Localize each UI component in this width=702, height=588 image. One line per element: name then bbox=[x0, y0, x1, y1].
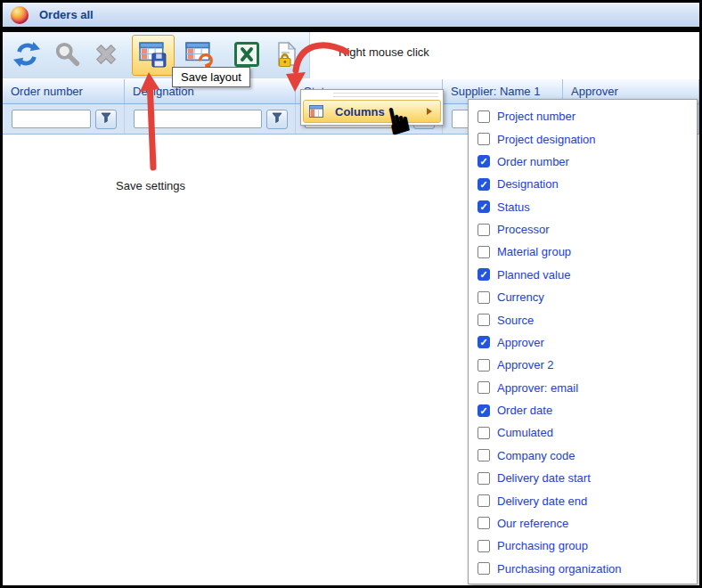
column-header-order-number[interactable]: Order number bbox=[3, 79, 125, 103]
submenu-item-label: Material group bbox=[497, 245, 571, 258]
window-title: Orders all bbox=[39, 8, 94, 21]
submenu-item-source[interactable]: Source bbox=[478, 308, 697, 331]
document-lock-icon bbox=[273, 41, 299, 70]
orders-all-window: Orders all bbox=[0, 0, 702, 588]
submenu-item-label: Processor bbox=[497, 223, 550, 236]
submenu-item-label: Approver 2 bbox=[497, 358, 554, 372]
submenu-item-currency[interactable]: Currency bbox=[478, 286, 697, 308]
unchecked-checkbox[interactable] bbox=[478, 314, 490, 326]
submenu-item-approver[interactable]: ✓Approver bbox=[478, 331, 697, 354]
submenu-item-label: Purchasing organization bbox=[497, 562, 621, 576]
columns-icon bbox=[309, 105, 323, 118]
funnel-icon bbox=[272, 112, 282, 126]
menu-separator bbox=[333, 96, 438, 97]
export-locked-button[interactable] bbox=[267, 37, 305, 74]
submenu-item-delivery-date-end[interactable]: Delivery date end bbox=[478, 489, 697, 511]
submenu-item-label: Source bbox=[497, 314, 534, 327]
submenu-item-label: Approver: email bbox=[497, 381, 578, 395]
submenu-item-project-designation[interactable]: Project designation bbox=[478, 127, 697, 150]
unchecked-checkbox[interactable] bbox=[478, 133, 490, 145]
search-icon bbox=[54, 41, 81, 70]
unchecked-checkbox[interactable] bbox=[478, 381, 490, 394]
refresh-button[interactable] bbox=[8, 37, 45, 74]
unchecked-checkbox[interactable] bbox=[478, 246, 490, 258]
submenu-item-label: Project number bbox=[497, 110, 575, 123]
submenu-item-label: Order date bbox=[497, 404, 552, 417]
submenu-item-material-group[interactable]: Material group bbox=[478, 241, 697, 263]
unchecked-checkbox[interactable] bbox=[478, 110, 490, 123]
filter-button-order-number[interactable] bbox=[95, 110, 117, 129]
unchecked-checkbox[interactable] bbox=[478, 359, 490, 372]
title-bar: Orders all bbox=[3, 3, 699, 27]
unchecked-checkbox[interactable] bbox=[478, 291, 490, 304]
submenu-item-purchasing-group[interactable]: Purchasing group bbox=[478, 535, 697, 557]
unchecked-checkbox[interactable] bbox=[478, 472, 490, 485]
submenu-item-purchasing-organization[interactable]: Purchasing organization bbox=[478, 558, 697, 580]
submenu-item-label: Delivery date start bbox=[497, 471, 591, 485]
submenu-item-label: Project designation bbox=[497, 133, 596, 146]
refresh-icon bbox=[12, 40, 41, 71]
filter-cell-order-number bbox=[3, 104, 125, 134]
submenu-item-label: Status bbox=[497, 200, 530, 214]
submenu-item-label: Purchasing group bbox=[497, 539, 588, 552]
funnel-icon bbox=[101, 112, 111, 126]
filter-button-designation[interactable] bbox=[266, 110, 288, 129]
submenu-item-cumulated[interactable]: Cumulated bbox=[478, 421, 697, 444]
submenu-item-label: Delivery date end bbox=[497, 494, 587, 508]
submenu-arrow-icon bbox=[427, 108, 432, 115]
submenu-item-label: Our reference bbox=[497, 517, 568, 530]
submenu-item-our-reference[interactable]: Our reference bbox=[478, 512, 697, 535]
submenu-item-label: Approver bbox=[497, 336, 544, 349]
filter-input-designation[interactable] bbox=[134, 110, 262, 128]
columns-submenu: Project numberProject designation✓Order … bbox=[468, 99, 698, 584]
submenu-item-delivery-date-start[interactable]: Delivery date start bbox=[478, 467, 697, 489]
submenu-item-label: Order number bbox=[497, 155, 569, 168]
context-menu: Columns bbox=[300, 89, 444, 126]
menu-item-label: Columns bbox=[335, 105, 385, 118]
submenu-item-approver-email[interactable]: Approver: email bbox=[478, 377, 697, 399]
unchecked-checkbox[interactable] bbox=[478, 562, 490, 575]
submenu-item-approver-2[interactable]: Approver 2 bbox=[478, 354, 697, 376]
unchecked-checkbox[interactable] bbox=[478, 494, 490, 507]
filter-cell-designation bbox=[125, 104, 296, 134]
unchecked-checkbox[interactable] bbox=[478, 540, 490, 552]
unchecked-checkbox[interactable] bbox=[478, 427, 490, 439]
checked-checkbox[interactable]: ✓ bbox=[478, 178, 490, 191]
filter-input-order-number[interactable] bbox=[12, 110, 91, 128]
submenu-item-company-code[interactable]: Company code bbox=[478, 445, 697, 467]
save-settings-note: Save settings bbox=[116, 179, 185, 192]
app-sphere-icon bbox=[11, 6, 29, 24]
menu-separator bbox=[333, 93, 438, 94]
submenu-item-label: Currency bbox=[497, 290, 544, 304]
submenu-item-label: Cumulated bbox=[497, 426, 553, 439]
submenu-item-status[interactable]: ✓Status bbox=[478, 196, 697, 218]
checked-checkbox[interactable]: ✓ bbox=[478, 404, 490, 417]
checked-checkbox[interactable]: ✓ bbox=[478, 200, 490, 213]
submenu-item-label: Company code bbox=[497, 449, 575, 462]
checked-checkbox[interactable]: ✓ bbox=[478, 268, 490, 281]
submenu-item-planned-value[interactable]: ✓Planned value bbox=[478, 264, 697, 286]
submenu-item-label: Designation bbox=[497, 177, 559, 191]
submenu-item-order-date[interactable]: ✓Order date bbox=[478, 399, 697, 421]
unchecked-checkbox[interactable] bbox=[478, 517, 490, 529]
search-button[interactable] bbox=[49, 37, 86, 74]
submenu-item-project-number[interactable]: Project number bbox=[478, 105, 697, 127]
menu-item-columns[interactable]: Columns bbox=[303, 100, 441, 123]
submenu-item-order-number[interactable]: ✓Order number bbox=[478, 151, 697, 173]
excel-icon bbox=[233, 41, 260, 70]
save-layout-button[interactable] bbox=[132, 35, 175, 76]
unchecked-checkbox[interactable] bbox=[478, 449, 490, 461]
toolbar bbox=[3, 32, 310, 78]
save-layout-icon bbox=[139, 41, 167, 70]
delete-button[interactable] bbox=[87, 37, 125, 74]
reload-layout-icon bbox=[185, 41, 214, 70]
right-mouse-click-note: Right mouse click bbox=[339, 45, 429, 59]
unchecked-checkbox[interactable] bbox=[478, 224, 490, 236]
submenu-item-label: Planned value bbox=[497, 268, 570, 282]
checked-checkbox[interactable]: ✓ bbox=[478, 155, 490, 167]
save-layout-tooltip: Save layout bbox=[172, 67, 250, 87]
checked-checkbox[interactable]: ✓ bbox=[478, 336, 490, 348]
delete-x-icon bbox=[93, 41, 119, 70]
submenu-item-designation[interactable]: ✓Designation bbox=[478, 173, 697, 195]
submenu-item-processor[interactable]: Processor bbox=[478, 218, 697, 241]
